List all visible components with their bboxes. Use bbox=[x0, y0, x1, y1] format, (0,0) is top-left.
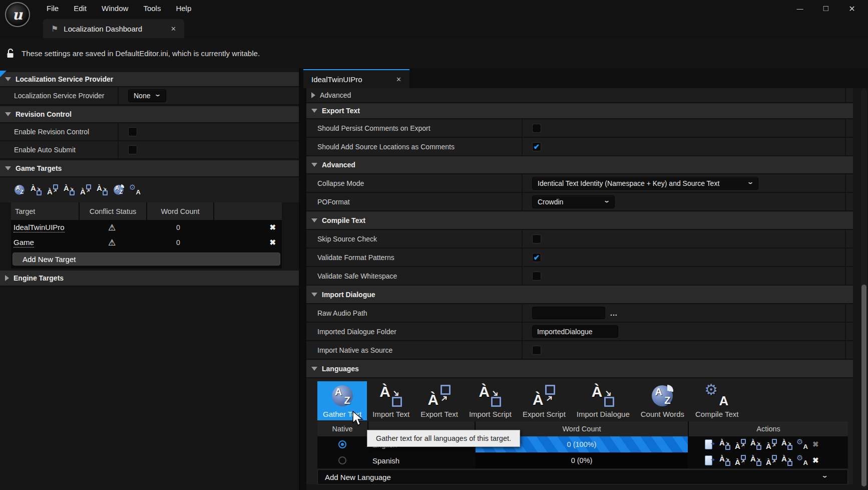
language-actions bbox=[689, 436, 848, 452]
collapse-arrow-icon[interactable] bbox=[311, 109, 317, 113]
row-imported-dialogue-folder: Imported Dialogue Folder ImportedDialogu… bbox=[306, 323, 853, 341]
add-new-target-button[interactable]: Add New Target bbox=[13, 253, 280, 266]
section-revision-control[interactable]: Revision Control bbox=[0, 106, 299, 123]
collapse-mode-dropdown[interactable]: Identical Text Identity (Namespace + Key… bbox=[532, 177, 758, 190]
export-text-icon[interactable] bbox=[47, 184, 58, 195]
raw-audio-path-input[interactable] bbox=[532, 307, 605, 319]
export-text-icon[interactable] bbox=[735, 439, 746, 450]
target-tab-strip: IdealTwinUIPro bbox=[306, 68, 868, 88]
import-script-icon[interactable] bbox=[64, 184, 75, 195]
export-script-icon[interactable] bbox=[766, 439, 777, 450]
section-languages[interactable]: Languages bbox=[306, 360, 853, 378]
tab-localization-dashboard[interactable]: Localization Dashboard bbox=[43, 19, 184, 38]
property-label: POFormat bbox=[306, 193, 523, 210]
vertical-scrollbar[interactable] bbox=[861, 88, 867, 488]
section-title: Export Text bbox=[322, 107, 360, 115]
expand-arrow-icon[interactable] bbox=[311, 92, 315, 98]
import-script-icon[interactable] bbox=[750, 455, 761, 466]
import-script-icon[interactable] bbox=[750, 439, 761, 450]
compile-text-icon[interactable] bbox=[797, 439, 808, 450]
collapse-arrow-icon[interactable] bbox=[5, 166, 11, 170]
property-label: Validate Safe Whitespace bbox=[306, 267, 523, 285]
validate-safe-whitespace-checkbox[interactable] bbox=[532, 272, 541, 281]
expand-arrow-icon[interactable] bbox=[5, 275, 9, 281]
tab-idealtwinuipro[interactable]: IdealTwinUIPro bbox=[303, 69, 409, 88]
language-actions bbox=[689, 452, 848, 468]
import-dialogue-button[interactable]: Import Dialogue bbox=[571, 381, 635, 420]
menu-help[interactable]: Help bbox=[168, 2, 199, 15]
should-persist-comments-checkbox[interactable] bbox=[532, 124, 541, 133]
poformat-dropdown[interactable]: Crowdin bbox=[532, 195, 615, 208]
import-script-button[interactable]: Import Script bbox=[464, 381, 517, 420]
minimize-button[interactable] bbox=[787, 0, 813, 17]
compile-text-button[interactable]: Compile Text bbox=[690, 381, 744, 420]
tab-close-icon[interactable] bbox=[396, 76, 401, 83]
count-words-icon[interactable] bbox=[113, 184, 124, 195]
property-label: Import Native as Source bbox=[306, 341, 523, 359]
menu-edit[interactable]: Edit bbox=[66, 2, 94, 15]
import-dialogue-icon[interactable] bbox=[97, 184, 108, 195]
property-label: Should Persist Comments on Export bbox=[306, 119, 523, 137]
delete-target-icon[interactable] bbox=[269, 238, 282, 247]
section-game-targets[interactable]: Game Targets bbox=[0, 160, 299, 177]
collapse-arrow-icon[interactable] bbox=[311, 293, 317, 297]
delete-target-icon[interactable] bbox=[269, 223, 282, 232]
collapse-arrow-icon[interactable] bbox=[311, 163, 317, 167]
panel-splitter[interactable] bbox=[299, 68, 306, 490]
menu-tools[interactable]: Tools bbox=[136, 2, 168, 15]
add-new-language-button[interactable]: Add New Language bbox=[317, 469, 848, 484]
export-script-icon[interactable] bbox=[80, 184, 91, 195]
import-dialogue-icon[interactable] bbox=[781, 439, 792, 450]
chevron-down-icon bbox=[154, 92, 161, 99]
target-link[interactable]: IdealTwinUIPro bbox=[14, 223, 65, 232]
browse-button[interactable]: ... bbox=[610, 309, 618, 317]
menu-file[interactable]: File bbox=[39, 2, 66, 15]
target-link[interactable]: Game bbox=[14, 238, 34, 248]
import-dialogue-icon[interactable] bbox=[781, 455, 792, 466]
delete-language-icon[interactable] bbox=[812, 456, 819, 465]
warning-icon bbox=[108, 222, 116, 233]
section-advanced[interactable]: Advanced bbox=[306, 156, 853, 174]
compile-text-icon[interactable] bbox=[797, 455, 808, 466]
gather-text-icon[interactable] bbox=[14, 184, 25, 195]
section-compile-text[interactable]: Compile Text bbox=[306, 211, 853, 230]
imported-dialogue-folder-input[interactable]: ImportedDialogue bbox=[532, 325, 618, 338]
collapse-arrow-icon[interactable] bbox=[311, 218, 317, 222]
compile-text-icon[interactable] bbox=[130, 184, 141, 195]
row-advanced-collapsed[interactable]: Advanced bbox=[306, 88, 853, 103]
collapse-arrow-icon[interactable] bbox=[311, 367, 317, 371]
menu-window[interactable]: Window bbox=[94, 2, 136, 15]
tab-close-icon[interactable] bbox=[171, 25, 176, 33]
property-label: Imported Dialogue Folder bbox=[306, 323, 523, 340]
count-words-button[interactable]: Count Words bbox=[635, 381, 690, 420]
section-engine-targets[interactable]: Engine Targets bbox=[0, 271, 299, 287]
export-file-icon[interactable] bbox=[704, 455, 715, 466]
native-radio-spanish[interactable] bbox=[338, 456, 346, 464]
maximize-button[interactable] bbox=[813, 0, 839, 17]
scrollbar-thumb[interactable] bbox=[861, 285, 866, 487]
import-text-button[interactable]: Import Text bbox=[367, 381, 415, 420]
native-radio-english[interactable] bbox=[338, 440, 346, 448]
should-add-source-locations-checkbox[interactable] bbox=[532, 142, 541, 151]
close-window-button[interactable] bbox=[839, 0, 865, 17]
collapse-arrow-icon[interactable] bbox=[5, 112, 11, 116]
export-script-button[interactable]: Export Script bbox=[517, 381, 571, 420]
import-text-icon[interactable] bbox=[719, 455, 730, 466]
section-export-text[interactable]: Export Text bbox=[306, 103, 853, 119]
export-script-icon[interactable] bbox=[766, 455, 777, 466]
section-title: Engine Targets bbox=[14, 274, 64, 282]
import-native-as-source-checkbox[interactable] bbox=[532, 346, 541, 355]
export-text-icon[interactable] bbox=[735, 455, 746, 466]
section-import-dialogue[interactable]: Import Dialogue bbox=[306, 286, 853, 304]
export-file-icon[interactable] bbox=[704, 439, 715, 450]
enable-revision-control-checkbox[interactable] bbox=[128, 127, 137, 136]
validate-format-patterns-checkbox[interactable] bbox=[532, 253, 541, 262]
import-text-icon[interactable] bbox=[719, 439, 730, 450]
export-text-button[interactable]: Export Text bbox=[415, 381, 464, 420]
collapse-arrow-icon[interactable] bbox=[5, 77, 11, 81]
enable-auto-submit-checkbox[interactable] bbox=[128, 145, 137, 154]
section-localization-service-provider[interactable]: Localization Service Provider bbox=[0, 72, 299, 87]
import-text-icon[interactable] bbox=[31, 184, 42, 195]
lsp-dropdown[interactable]: None bbox=[128, 89, 166, 102]
skip-source-check-checkbox[interactable] bbox=[532, 234, 541, 243]
